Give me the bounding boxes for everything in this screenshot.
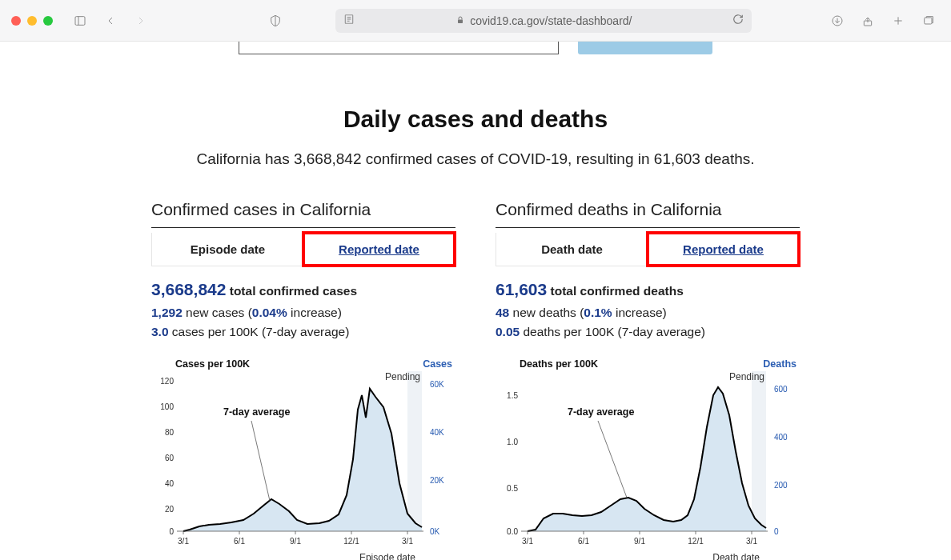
deaths-new-pct: 0.1%	[584, 306, 612, 319]
cases-chart[interactable]: Pending 7-day average 120 100 80 60 40 2…	[151, 371, 455, 547]
cases-per100k-row: 3.0 cases per 100K (7-day average)	[151, 322, 455, 342]
back-button[interactable]	[99, 10, 122, 32]
deaths-chart[interactable]: Pending 7-day average 1.5 1.0 0.5 0.0 60…	[496, 371, 800, 547]
browser-toolbar: covid19.ca.gov/state-dashboard/	[0, 0, 951, 42]
deaths-chart-left-label: Deaths per 100K	[520, 358, 598, 370]
filter-row-stub	[0, 42, 951, 54]
svg-rect-0	[75, 16, 85, 25]
avg-annotation: 7-day average	[223, 406, 290, 418]
cases-stats: 3,668,842 total confirmed cases 1,292 ne…	[151, 276, 455, 342]
svg-text:80: 80	[165, 428, 175, 437]
cases-total-row: 3,668,842 total confirmed cases	[151, 276, 455, 303]
cases-title: Confirmed cases in California	[151, 200, 455, 228]
address-bar[interactable]: covid19.ca.gov/state-dashboard/	[335, 9, 752, 33]
tab-episode-date[interactable]: Episode date	[152, 233, 303, 266]
svg-text:9/1: 9/1	[634, 537, 645, 546]
cases-per100k-label: cases per 100K (7-day average)	[169, 325, 350, 338]
cases-tabs: Episode date Reported date	[151, 233, 455, 266]
svg-text:1.5: 1.5	[507, 391, 518, 400]
page-content: Daily cases and deaths California has 3,…	[0, 42, 951, 560]
deaths-new-row: 48 new deaths (0.1% increase)	[496, 303, 800, 323]
reload-button[interactable]	[732, 14, 744, 27]
deaths-new-number: 48	[496, 306, 509, 319]
svg-text:60: 60	[165, 454, 175, 462]
svg-rect-15	[407, 371, 422, 531]
cases-new-pct: 0.04%	[252, 306, 287, 319]
svg-text:12/1: 12/1	[688, 537, 704, 546]
get-data-button[interactable]	[578, 42, 712, 54]
close-window-button[interactable]	[11, 16, 21, 26]
page-subheading: California has 3,668,842 confirmed cases…	[0, 150, 951, 168]
svg-text:200: 200	[774, 481, 788, 490]
svg-text:60K: 60K	[430, 380, 444, 389]
deaths-stats: 61,603 total confirmed deaths 48 new dea…	[496, 276, 800, 342]
county-select[interactable]	[239, 42, 559, 54]
svg-text:1.0: 1.0	[507, 438, 518, 446]
cases-new-suffix: increase)	[287, 306, 342, 319]
privacy-shield-icon[interactable]	[264, 10, 287, 32]
svg-text:3/1: 3/1	[522, 537, 533, 546]
cases-chart-left-label: Cases per 100K	[175, 358, 250, 370]
deaths-title: Confirmed deaths in California	[496, 200, 800, 228]
svg-text:3/1: 3/1	[178, 537, 189, 546]
cases-new-number: 1,292	[151, 306, 183, 319]
url-text: covid19.ca.gov/state-dashboard/	[470, 14, 632, 27]
lock-icon	[455, 14, 465, 27]
svg-rect-7	[458, 19, 463, 23]
svg-text:20: 20	[165, 505, 175, 514]
deaths-new-suffix: increase)	[612, 306, 667, 319]
avg-annotation-deaths: 7-day average	[568, 406, 634, 418]
svg-text:20K: 20K	[430, 476, 444, 485]
cases-xaxis-label: Episode date	[151, 547, 455, 560]
tab-reported-date-deaths[interactable]: Reported date	[648, 233, 799, 266]
reader-mode-icon[interactable]	[343, 14, 355, 27]
cases-total-label: total confirmed cases	[226, 284, 357, 298]
maximize-window-button[interactable]	[43, 16, 53, 26]
page-title: Daily cases and deaths	[0, 106, 951, 133]
cases-column: Confirmed cases in California Episode da…	[151, 200, 455, 560]
cases-chart-container: Cases per 100K Cases Pending 7-day avera…	[151, 358, 455, 560]
share-icon[interactable]	[857, 10, 879, 32]
svg-text:6/1: 6/1	[234, 537, 245, 546]
cases-new-row: 1,292 new cases (0.04% increase)	[151, 303, 455, 323]
cases-per100k-number: 3.0	[151, 325, 169, 338]
svg-text:0.0: 0.0	[507, 527, 518, 536]
tab-reported-date[interactable]: Reported date	[303, 233, 455, 266]
deaths-xaxis-label: Death date	[496, 547, 800, 560]
deaths-per100k-row: 0.05 deaths per 100K (7-day average)	[496, 322, 800, 342]
svg-text:600: 600	[774, 385, 788, 394]
svg-text:3/1: 3/1	[746, 537, 757, 546]
svg-text:0K: 0K	[430, 527, 440, 536]
downloads-icon[interactable]	[826, 10, 849, 32]
minimize-window-button[interactable]	[27, 16, 37, 26]
svg-text:12/1: 12/1	[343, 537, 359, 546]
svg-text:100: 100	[160, 402, 174, 411]
tab-death-date[interactable]: Death date	[496, 233, 648, 266]
tab-overview-icon[interactable]	[917, 10, 940, 32]
svg-text:400: 400	[774, 433, 788, 442]
svg-text:0.5: 0.5	[507, 484, 518, 493]
svg-text:9/1: 9/1	[290, 537, 301, 546]
svg-line-32	[251, 421, 270, 501]
sidebar-toggle-icon[interactable]	[69, 10, 91, 32]
svg-line-53	[598, 421, 627, 498]
svg-text:120: 120	[160, 377, 174, 386]
window-controls	[11, 16, 53, 26]
svg-text:0: 0	[169, 527, 174, 536]
svg-text:40K: 40K	[430, 428, 444, 437]
deaths-per100k-number: 0.05	[496, 325, 520, 338]
deaths-total-row: 61,603 total confirmed deaths	[496, 276, 800, 303]
pending-label: Pending	[385, 371, 420, 382]
deaths-column: Confirmed deaths in California Death dat…	[496, 200, 800, 560]
cases-new-label: new cases (	[183, 306, 252, 319]
deaths-total-label: total confirmed deaths	[547, 284, 684, 298]
deaths-total-number: 61,603	[496, 280, 547, 298]
cases-total-number: 3,668,842	[151, 280, 226, 298]
pending-label-deaths: Pending	[729, 371, 764, 382]
forward-button[interactable]	[130, 10, 152, 32]
cases-chart-right-label: Cases	[423, 358, 452, 370]
svg-text:0: 0	[774, 527, 779, 536]
svg-text:6/1: 6/1	[578, 537, 589, 546]
new-tab-icon[interactable]	[887, 10, 909, 32]
svg-rect-39	[752, 371, 766, 531]
